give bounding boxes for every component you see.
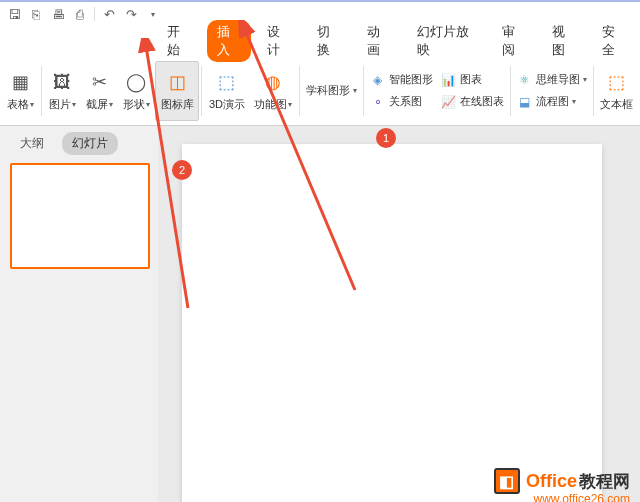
- slide-panel: 大纲 幻灯片: [0, 126, 158, 502]
- iconlib-icon: ◫: [164, 69, 190, 95]
- relation-button[interactable]: ⚬ 关系图: [366, 92, 437, 112]
- table-icon: ▦: [7, 69, 33, 95]
- menu-tabs: 开始 插入 设计 切换 动画 幻灯片放映 审阅 视图 安全: [0, 26, 640, 56]
- save-icon[interactable]: 🖫: [4, 4, 24, 24]
- tab-transition[interactable]: 切换: [307, 20, 351, 62]
- tab-animation[interactable]: 动画: [357, 20, 401, 62]
- subjectshape-button[interactable]: 学科图形▾: [302, 81, 361, 100]
- tab-security[interactable]: 安全: [592, 20, 636, 62]
- flowchart-icon: ⬓: [517, 94, 533, 110]
- textbox-icon: ⬚: [604, 69, 630, 95]
- table-button[interactable]: ▦ 表格▾: [2, 61, 39, 121]
- slides-tab[interactable]: 幻灯片: [62, 132, 118, 155]
- watermark: ◧ Office教程网 www.office26.com: [494, 468, 630, 494]
- onlinechart-button[interactable]: 📈 在线图表: [437, 92, 508, 112]
- iconlib-button[interactable]: ◫ 图标库: [155, 61, 200, 121]
- tab-design[interactable]: 设计: [257, 20, 301, 62]
- demo3d-button[interactable]: ⬚ 3D演示: [204, 61, 249, 121]
- watermark-url: www.office26.com: [534, 492, 631, 502]
- picture-icon: 🖼: [49, 69, 75, 95]
- shapes-icon: ◯: [123, 69, 149, 95]
- funcchart-button[interactable]: ◍ 功能图▾: [250, 61, 297, 121]
- chart-button[interactable]: 📊 图表: [437, 70, 508, 90]
- undo-icon[interactable]: ↶: [99, 4, 119, 24]
- smartart-icon: ◈: [370, 72, 386, 88]
- relation-icon: ⚬: [370, 94, 386, 110]
- canvas-area: [158, 126, 640, 502]
- redo-icon[interactable]: ↷: [121, 4, 141, 24]
- export-icon[interactable]: ⎘: [26, 4, 46, 24]
- ribbon: ▦ 表格▾ 🖼 图片▾ ✂ 截屏▾ ◯ 形状▾ ◫ 图标库 ⬚ 3D演示 ◍ 功…: [0, 56, 640, 126]
- chart-icon: 📊: [441, 72, 457, 88]
- screenshot-icon: ✂: [86, 69, 112, 95]
- funcchart-icon: ◍: [260, 69, 286, 95]
- watermark-logo: ◧: [494, 468, 520, 494]
- print-icon[interactable]: 🖶: [48, 4, 68, 24]
- tab-start[interactable]: 开始: [157, 20, 201, 62]
- cube-icon: ⬚: [214, 69, 240, 95]
- screenshot-button[interactable]: ✂ 截屏▾: [81, 61, 118, 121]
- preview-icon[interactable]: ⎙: [70, 4, 90, 24]
- flowchart-button[interactable]: ⬓ 流程图▾: [513, 92, 591, 112]
- tab-insert[interactable]: 插入: [207, 20, 251, 62]
- shapes-button[interactable]: ◯ 形状▾: [118, 61, 155, 121]
- outline-tab[interactable]: 大纲: [10, 132, 54, 155]
- mindmap-button[interactable]: ⚛ 思维导图▾: [513, 70, 591, 90]
- onlinechart-icon: 📈: [441, 94, 457, 110]
- smartart-button[interactable]: ◈ 智能图形: [366, 70, 437, 90]
- current-slide[interactable]: [182, 144, 602, 502]
- slide-thumbnail[interactable]: [10, 163, 150, 269]
- annotation-badge-2: 2: [172, 160, 192, 180]
- mindmap-icon: ⚛: [517, 72, 533, 88]
- tab-review[interactable]: 审阅: [492, 20, 536, 62]
- textbox-button[interactable]: ⬚ 文本框: [595, 61, 638, 121]
- annotation-badge-1: 1: [376, 128, 396, 148]
- tab-view[interactable]: 视图: [542, 20, 586, 62]
- tab-slideshow[interactable]: 幻灯片放映: [407, 20, 487, 62]
- picture-button[interactable]: 🖼 图片▾: [44, 61, 81, 121]
